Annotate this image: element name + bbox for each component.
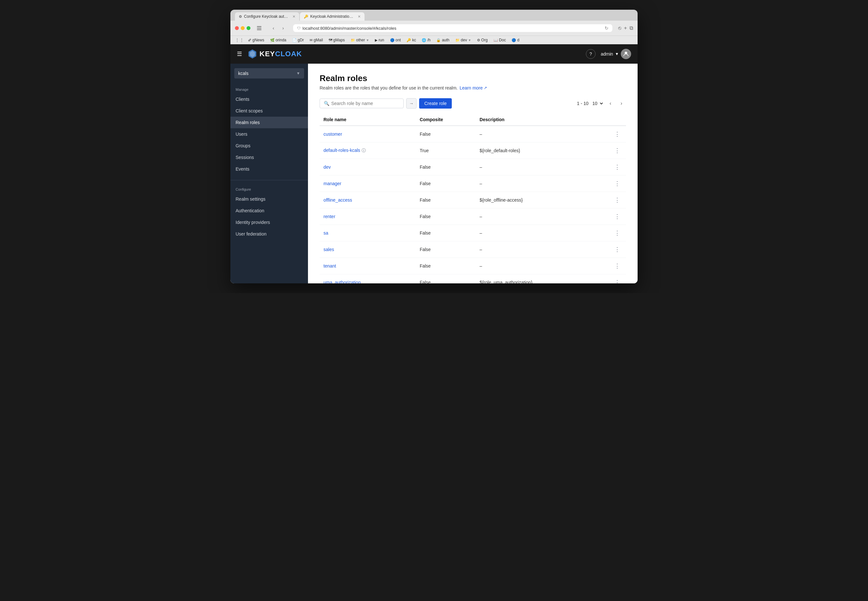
role-link-manager[interactable]: manager (323, 181, 341, 186)
role-link-default-roles-kcals[interactable]: default-roles-kcals (323, 148, 360, 153)
sidebar-item-users[interactable]: Users (230, 128, 308, 140)
share-icon[interactable]: ⎋ (618, 25, 621, 31)
composite-cell: False (416, 126, 476, 142)
user-menu[interactable]: admin ▼ (601, 49, 631, 59)
pagination-info: 1 - 10 10 20 50 (577, 100, 604, 107)
pagination-next-button[interactable]: › (617, 99, 626, 108)
role-link-tenant[interactable]: tenant (323, 263, 336, 268)
realm-selector[interactable]: kcals ▼ (234, 68, 304, 79)
bookmark-doc[interactable]: 📖 Doc (491, 37, 508, 43)
sidebar-item-identity-providers[interactable]: Identity providers (230, 217, 308, 228)
bookmark-org-label: Org (481, 38, 488, 42)
learn-more-link[interactable]: Learn more ↗ (459, 85, 487, 90)
close-button[interactable] (235, 26, 239, 30)
sidebar-item-user-federation[interactable]: User federation (230, 228, 308, 240)
table-row: renterFalse–⋮ (320, 208, 626, 225)
bookmark-gnews[interactable]: 🗞 gNews (246, 37, 266, 43)
url-text: localhost:8080/admin/master/console/#/kc… (302, 26, 603, 31)
bookmark-gmaps[interactable]: 🗺 gMaps (327, 37, 347, 43)
bookmark-dev[interactable]: 📁 dev ▼ (453, 37, 473, 43)
kebab-menu-button-dev[interactable]: ⋮ (612, 163, 622, 171)
bookmark-auth[interactable]: 🔒 auth (434, 37, 451, 43)
sessions-label: Sessions (236, 155, 254, 160)
windows-icon[interactable]: ⧉ (630, 25, 633, 31)
bookmark-gdr[interactable]: 📄 gDr (290, 37, 306, 43)
forward-button[interactable]: › (279, 24, 287, 32)
gmaps-icon: 🗺 (329, 38, 332, 42)
bookmark-kc[interactable]: 🔑 kc (404, 37, 418, 43)
role-link-sa[interactable]: sa (323, 230, 328, 236)
logo-text: KEYCLOAK (259, 50, 302, 58)
sidebar-item-realm-settings[interactable]: Realm settings (230, 193, 308, 205)
minimize-button[interactable] (241, 26, 245, 30)
tab-keycloak[interactable]: 🔑 Keycloak Administration UI ✕ (300, 12, 365, 21)
row-actions-cell: ⋮ (592, 274, 626, 284)
role-link-dev[interactable]: dev (323, 165, 331, 169)
table-row: devFalse–⋮ (320, 159, 626, 175)
auth-icon: 🔒 (436, 38, 441, 42)
sidebar-item-sessions[interactable]: Sessions (230, 151, 308, 163)
tab-api-logic[interactable]: ⚙ Configure Keycloak auth - API Logic Se… (235, 12, 299, 21)
sidebar-item-realm-roles[interactable]: Realm roles (230, 117, 308, 128)
kebab-menu-button-offline_access[interactable]: ⋮ (612, 196, 622, 204)
maximize-button[interactable] (247, 26, 250, 30)
pagination-per-page[interactable]: 10 20 50 (590, 100, 604, 107)
search-input[interactable] (331, 101, 400, 106)
role-link-renter[interactable]: renter (323, 214, 336, 219)
roles-table-body: customerFalse–⋮default-roles-kcalsⓘTrue$… (320, 126, 626, 284)
realm-dropdown-icon: ▼ (296, 71, 300, 76)
kebab-menu-button-customer[interactable]: ⋮ (612, 130, 622, 138)
sidebar-manage-section: Manage Clients Client scopes Realm roles… (230, 83, 308, 177)
bookmark-gmail[interactable]: ✉ gMail (308, 37, 325, 43)
browser-tabs-bar: ⚙ Configure Keycloak auth - API Logic Se… (230, 10, 638, 21)
dev-dropdown-icon: ▼ (468, 38, 471, 42)
kebab-menu-button-renter[interactable]: ⋮ (612, 212, 622, 221)
description-cell: – (476, 225, 592, 241)
bookmark-ont[interactable]: 🔵 ont (388, 37, 403, 43)
bookmark-org[interactable]: ⚙ Org (475, 37, 490, 43)
search-input-wrapper[interactable]: 🔍 (320, 99, 404, 108)
composite-cell: True (416, 142, 476, 159)
table-row: tenantFalse–⋮ (320, 258, 626, 274)
role-link-uma_authorization[interactable]: uma_authorization (323, 280, 361, 284)
bookmark-other[interactable]: 📁 other ▼ (349, 37, 371, 43)
kebab-menu-button-manager[interactable]: ⋮ (612, 179, 622, 188)
bookmark-h[interactable]: 🌐 /h (420, 37, 432, 43)
kebab-menu-button-default-roles-kcals[interactable]: ⋮ (612, 146, 622, 155)
tab-close-1[interactable]: ✕ (293, 15, 295, 19)
kebab-menu-button-sales[interactable]: ⋮ (612, 245, 622, 254)
page-subtitle: Realm roles are the roles that you defin… (320, 85, 626, 90)
create-role-button[interactable]: Create role (419, 98, 452, 108)
bookmark-doc-label: Doc (499, 38, 506, 42)
sidebar-item-groups[interactable]: Groups (230, 140, 308, 151)
role-link-sales[interactable]: sales (323, 247, 334, 252)
role-name-cell: sa (320, 225, 416, 241)
hamburger-menu-icon[interactable]: ☰ (237, 50, 242, 58)
user-dropdown-icon: ▼ (615, 52, 619, 56)
new-tab-icon[interactable]: + (624, 25, 627, 31)
refresh-icon[interactable]: ↻ (605, 26, 609, 31)
kebab-menu-button-tenant[interactable]: ⋮ (612, 262, 622, 270)
tab-close-2[interactable]: ✕ (358, 15, 361, 19)
role-link-offline_access[interactable]: offline_access (323, 197, 352, 203)
sidebar-item-client-scopes[interactable]: Client scopes (230, 105, 308, 117)
search-submit-button[interactable]: → (406, 98, 416, 108)
help-button[interactable]: ? (586, 49, 596, 59)
bookmark-d[interactable]: 🔵 d (510, 37, 521, 43)
bookmark-run[interactable]: ▶ run (373, 37, 386, 43)
back-button[interactable]: ‹ (269, 24, 278, 32)
sidebar-item-clients[interactable]: Clients (230, 93, 308, 105)
sidebar-item-events[interactable]: Events (230, 163, 308, 175)
description-cell: – (476, 208, 592, 225)
pagination-prev-button[interactable]: ‹ (606, 99, 615, 108)
manage-section-label: Manage (230, 85, 308, 93)
kebab-menu-button-sa[interactable]: ⋮ (612, 229, 622, 237)
role-info-icon[interactable]: ⓘ (362, 148, 366, 153)
sidebar-toggle-icon[interactable] (255, 24, 263, 32)
bookmark-orinda[interactable]: 🌿 orinda (268, 37, 288, 43)
other-dropdown-icon: ▼ (366, 38, 369, 42)
role-link-customer[interactable]: customer (323, 131, 342, 137)
kebab-menu-button-uma_authorization[interactable]: ⋮ (612, 278, 622, 284)
sidebar-item-authentication[interactable]: Authentication (230, 205, 308, 217)
address-bar[interactable]: 🛡 localhost:8080/admin/master/console/#/… (293, 24, 612, 32)
